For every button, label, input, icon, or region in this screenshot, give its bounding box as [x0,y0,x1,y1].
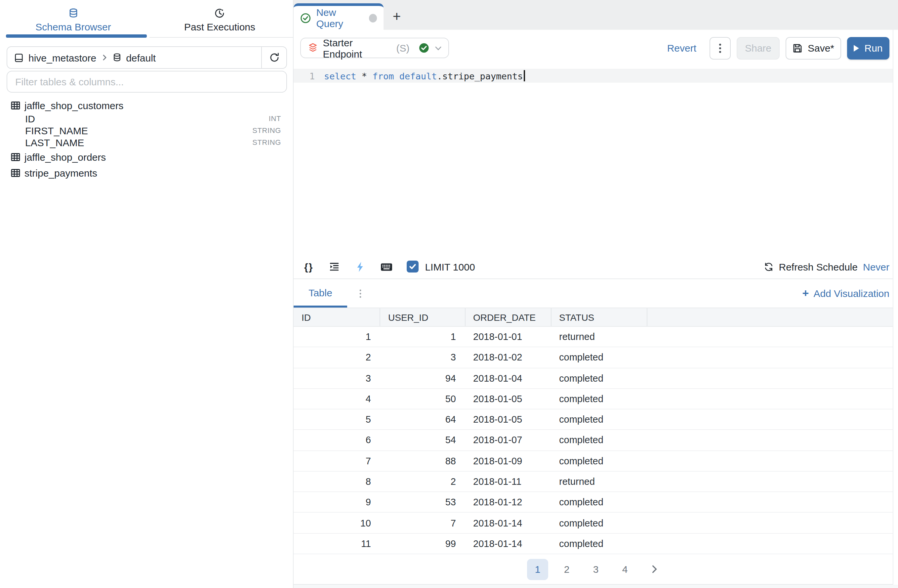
keyboard-icon[interactable] [380,261,392,272]
tab-past-executions[interactable]: Past Executions [146,0,293,38]
cell-id: 9 [294,492,380,512]
table-row-1: 112018-01-01returned [294,327,898,348]
endpoint-layers-icon [308,42,318,54]
sql-code[interactable]: select * from default.stripe_payments [324,70,525,82]
endpoint-selector[interactable]: Starter Endpoint (S) [300,38,449,58]
cell-user_id: 1 [380,327,465,347]
table-row-9: 9532018-01-12completed [294,492,898,513]
tree-column-label: ID [25,113,35,124]
format-query-icon[interactable]: {} [304,261,313,272]
lightning-icon[interactable] [355,261,365,272]
tree-table-jaffle_shop_orders[interactable]: jaffle_shop_orders [11,149,281,164]
tab-past-executions-label: Past Executions [184,21,255,32]
new-tab-button[interactable]: + [383,3,410,30]
database-icon [68,8,79,18]
endpoint-size: (S) [396,42,409,54]
page-button-3[interactable]: 3 [585,559,606,580]
breadcrumb-catalog[interactable]: hive_metastore [28,52,96,63]
page-button-2[interactable]: 2 [556,559,577,580]
chevron-down-icon [434,44,442,52]
schema-refresh-button[interactable] [261,47,286,68]
cell-id: 7 [294,451,380,471]
cell-user_id: 2 [380,472,465,492]
results-table-body: 112018-01-01returned232018-01-02complete… [294,327,898,554]
limit-control: LIMIT 1000 [406,260,475,272]
page-button-1[interactable]: 1 [527,559,548,580]
table-icon [11,168,20,178]
query-toolbar: Starter Endpoint (S) Revert Sha [294,30,898,66]
tree-table-stripe_payments[interactable]: stripe_payments [11,165,281,180]
table-row-6: 6542018-01-07completed [294,430,898,451]
next-page-button[interactable] [643,559,664,580]
tree-column-type: INT [269,114,281,122]
more-options-button[interactable] [710,37,731,59]
cell-status: completed [551,368,647,388]
sql-editor-app: Schema Browser Past Executions hive_meta… [0,0,898,588]
breadcrumb-schema[interactable]: default [126,52,156,63]
line-number: 1 [294,71,324,81]
tree-table-label: stripe_payments [25,167,97,178]
run-button-label: Run [864,42,883,54]
tree-column-LAST_NAME[interactable]: LAST_NAMESTRING [11,136,281,148]
cell-status: completed [551,513,647,533]
table-row-10: 1072018-01-14completed [294,513,898,534]
main-panel: New Query + Starter Endpoint (S) [294,0,898,588]
sql-editor[interactable]: 1 select * from default.stripe_payments [294,66,898,255]
column-header-ID[interactable]: ID [294,308,380,326]
tree-column-label: LAST_NAME [25,137,84,148]
indent-icon[interactable] [328,261,340,272]
tree-column-ID[interactable]: IDINT [11,112,281,124]
table-row-4: 4502018-01-05completed [294,389,898,410]
share-button[interactable]: Share [737,37,780,59]
query-tab-label: New Query [316,7,363,29]
tab-schema-browser[interactable]: Schema Browser [0,0,146,38]
breadcrumb-path[interactable]: hive_metastore default [7,52,261,63]
cell-order_date: 2018-01-09 [465,451,551,471]
tab-table-visualization[interactable]: Table [294,279,347,308]
endpoint-name: Starter Endpoint [323,37,392,59]
filter-input[interactable] [7,76,286,87]
table-icon [11,100,20,110]
visualization-menu-button[interactable] [347,279,374,308]
add-visualization-label: Add Visualization [813,288,889,299]
save-button[interactable]: Save* [786,37,841,59]
table-row-3: 3942018-01-04completed [294,368,898,389]
cell-id: 5 [294,409,380,429]
tree-column-FIRST_NAME[interactable]: FIRST_NAMESTRING [11,124,281,136]
cell-status: completed [551,430,647,450]
cell-order_date: 2018-01-07 [465,430,551,450]
play-icon [854,45,859,51]
cell-order_date: 2018-01-14 [465,533,551,554]
tab-schema-browser-label: Schema Browser [35,21,111,32]
revert-button[interactable]: Revert [667,42,696,54]
cell-id: 3 [294,368,380,388]
table-row-5: 5642018-01-05completed [294,409,898,430]
add-visualization-button[interactable]: + Add Visualization [803,279,890,308]
table-icon [11,152,20,162]
scrollbar-track[interactable] [893,30,898,585]
tree-column-type: STRING [252,138,281,146]
cell-order_date: 2018-01-14 [465,513,551,533]
tree-table-jaffle_shop_customers[interactable]: jaffle_shop_customers [11,98,281,112]
cell-status: completed [551,533,647,554]
cell-order_date: 2018-01-11 [465,472,551,492]
sidebar-tabs: Schema Browser Past Executions [0,0,293,38]
run-button[interactable]: Run [847,37,889,59]
clock-icon [215,8,225,18]
tree-table-label: jaffle_shop_orders [25,151,106,162]
page-button-4[interactable]: 4 [614,559,635,580]
add-icon: + [803,287,809,300]
cell-status: returned [551,472,647,492]
breadcrumb: hive_metastore default [7,46,287,69]
column-header-ORDER_DATE[interactable]: ORDER_DATE [465,308,551,326]
cell-user_id: 64 [380,409,465,429]
cell-order_date: 2018-01-12 [465,492,551,512]
column-header-STATUS[interactable]: STATUS [551,308,647,326]
column-header-USER_ID[interactable]: USER_ID [380,308,465,326]
editor-line-1: 1 select * from default.stripe_payments [294,69,898,83]
query-tab-new-query[interactable]: New Query [294,3,383,30]
refresh-schedule-value[interactable]: Never [863,261,889,272]
cell-user_id: 53 [380,492,465,512]
cell-user_id: 94 [380,368,465,388]
limit-checkbox[interactable] [406,260,418,272]
